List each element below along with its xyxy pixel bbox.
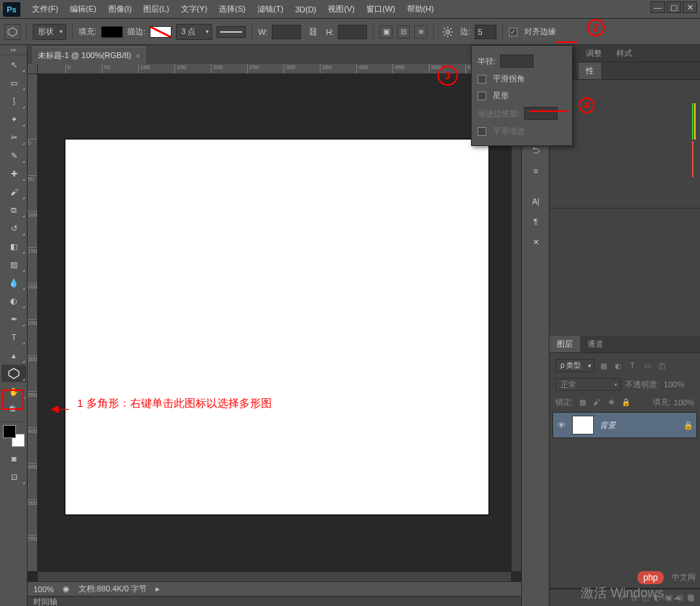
tab-adjustments[interactable]: 调整 (579, 45, 609, 62)
menu-select[interactable]: 选择(S) (213, 1, 252, 17)
lock-position-icon[interactable]: ✥ (606, 397, 617, 408)
path-select-tool[interactable]: ▴ (1, 347, 26, 364)
healing-tool[interactable]: ✚ (1, 165, 26, 182)
menu-edit[interactable]: 编辑(E) (64, 1, 102, 17)
minimize-button[interactable]: — (651, 1, 665, 13)
tab-close-icon[interactable]: × (136, 52, 140, 60)
menu-layer[interactable]: 图层(L) (137, 1, 174, 17)
menu-filter[interactable]: 滤镜(T) (252, 1, 289, 17)
filter-adjust-icon[interactable]: ◐ (612, 360, 624, 371)
width-input[interactable] (272, 25, 301, 39)
filter-smart-icon[interactable]: ◫ (656, 360, 667, 371)
menu-help[interactable]: 帮助(H) (401, 1, 440, 17)
smooth-corners-checkbox[interactable] (478, 75, 486, 84)
menu-file[interactable]: 文件(F) (26, 1, 64, 17)
fill-opacity-value[interactable]: 100% (674, 398, 694, 407)
filter-shape-icon[interactable]: ▭ (641, 360, 653, 371)
doc-info-flyout-icon[interactable]: ▸ (156, 584, 160, 594)
clone-tool[interactable]: ⧉ (1, 201, 26, 219)
gear-icon[interactable] (440, 24, 456, 40)
gradient-tool[interactable]: ▨ (1, 256, 26, 273)
stroke-width-select[interactable]: 3 点 (176, 24, 212, 40)
stroke-style-select[interactable] (217, 26, 246, 38)
marquee-tool[interactable]: ▭ (1, 74, 26, 92)
fill-swatch[interactable] (101, 26, 123, 38)
lock-transparent-icon[interactable]: ▩ (576, 397, 588, 408)
lock-pixels-icon[interactable]: 🖌 (591, 397, 603, 408)
layer-name[interactable]: 背景 (600, 420, 616, 431)
screen-mode-tool[interactable]: ⊡ (1, 468, 26, 485)
close-button[interactable]: ✕ (683, 1, 697, 13)
dodge-tool[interactable]: ◐ (1, 292, 26, 310)
layer-item-background[interactable]: 👁 背景 🔒 (552, 412, 697, 438)
tab-layers[interactable]: 图层 (550, 336, 580, 352)
indent-input[interactable] (524, 107, 558, 120)
toolbox-collapse[interactable]: ▸▸ (0, 45, 27, 55)
horizontal-ruler[interactable]: 050 100150 200250 300350 400450 500550 6… (38, 64, 511, 74)
tab-channels[interactable]: 通道 (580, 336, 611, 352)
opacity-value[interactable]: 100% (664, 380, 684, 389)
actions-panel-icon[interactable]: ≡ (525, 161, 547, 180)
quick-select-tool[interactable]: ✦ (1, 110, 26, 128)
sides-input[interactable] (475, 25, 496, 39)
horizontal-scrollbar[interactable] (38, 571, 511, 581)
ruler-origin[interactable] (28, 64, 38, 74)
cloud-icon[interactable]: ☁ (673, 592, 681, 602)
tab-styles[interactable]: 样式 (609, 45, 640, 62)
document-tab[interactable]: 未标题-1 @ 100%(RGB/8) × (32, 47, 146, 64)
star-checkbox[interactable] (478, 92, 486, 100)
height-input[interactable] (338, 25, 367, 39)
menu-image[interactable]: 图像(I) (102, 1, 137, 17)
link-wh-icon[interactable] (305, 24, 321, 40)
polygon-tool[interactable] (1, 365, 26, 382)
doc-info[interactable]: 文档:880.4K/0 字节 (79, 583, 147, 594)
radius-input[interactable] (500, 54, 534, 68)
zoom-level[interactable]: 100% (33, 585, 54, 594)
zoom-tool[interactable]: 🔍 (1, 401, 26, 419)
tool-preset-panel-icon[interactable]: ✕ (525, 233, 547, 251)
smooth-corners-row[interactable]: 平滑拐角 (478, 70, 566, 87)
quick-mask-tool[interactable]: ◙ (1, 450, 26, 467)
blend-mode-select[interactable]: 正常 (555, 378, 621, 391)
vertical-ruler[interactable]: 050 100150 200250 300350 400450 500550 (28, 74, 38, 571)
vertical-scrollbar[interactable] (511, 74, 521, 571)
history-brush-tool[interactable]: ↺ (1, 219, 26, 237)
tool-preset-picker[interactable] (4, 24, 20, 40)
star-row[interactable]: 星形 (478, 87, 566, 104)
canvas[interactable] (65, 140, 488, 514)
crop-tool[interactable]: ✂ (1, 129, 26, 146)
blur-tool[interactable]: 💧 (1, 274, 26, 291)
pen-tool[interactable]: ✒ (1, 310, 26, 328)
menu-view[interactable]: 视图(V) (322, 1, 361, 17)
align-edges-checkbox[interactable] (509, 28, 518, 36)
grid-icon[interactable]: ▦ (687, 592, 694, 602)
foreground-color[interactable] (3, 425, 16, 438)
layer-thumbnail[interactable] (572, 416, 594, 435)
stroke-swatch[interactable] (150, 26, 172, 38)
shape-mode-select[interactable]: 形状 (33, 24, 66, 40)
paragraph-panel-icon[interactable]: ¶ (525, 212, 547, 231)
text-tool[interactable]: T (1, 328, 26, 346)
path-align-icon[interactable]: ⊟ (397, 25, 410, 39)
character-panel-icon[interactable]: A| (525, 192, 547, 211)
lock-all-icon[interactable]: 🔒 (620, 397, 632, 408)
filter-text-icon[interactable]: T (627, 360, 638, 371)
menu-window[interactable]: 窗口(W) (361, 1, 401, 17)
canvas-viewport[interactable] (38, 74, 511, 571)
move-tool[interactable]: ↖ (1, 56, 26, 73)
hand-tool[interactable]: ✋ (1, 383, 26, 400)
filter-pixel-icon[interactable]: ▦ (598, 360, 609, 371)
brush-tool[interactable]: 🖌 (1, 183, 26, 201)
color-swatches[interactable] (3, 425, 25, 447)
filter-kind-select[interactable]: ρ 类型 (555, 359, 595, 372)
tab-properties[interactable]: 性 (579, 62, 601, 79)
exposure-icon[interactable]: ◉ (63, 584, 70, 594)
eraser-tool[interactable]: ◧ (1, 238, 26, 255)
sync-icon[interactable]: ↻ (661, 592, 667, 602)
lasso-tool[interactable]: ⟆ (1, 92, 26, 110)
path-op-combine-icon[interactable]: ▣ (379, 25, 393, 39)
menu-type[interactable]: 文字(Y) (175, 1, 214, 17)
maximize-button[interactable]: ▢ (667, 1, 681, 13)
layer-visibility-icon[interactable]: 👁 (556, 421, 566, 429)
eyedropper-tool[interactable]: ✎ (1, 147, 26, 164)
